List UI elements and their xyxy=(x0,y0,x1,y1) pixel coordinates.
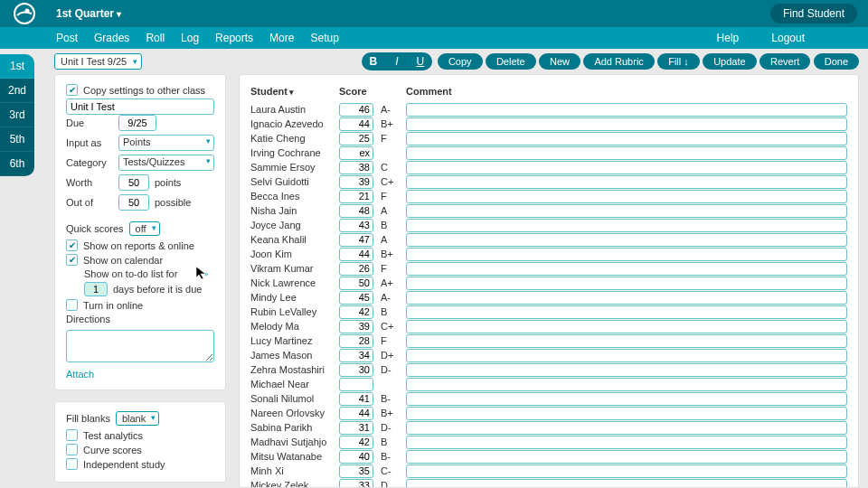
menu-post[interactable]: Post xyxy=(56,32,78,44)
menu-log[interactable]: Log xyxy=(181,32,199,44)
menu-roll[interactable]: Roll xyxy=(146,32,165,44)
menu-help[interactable]: Help xyxy=(717,32,740,44)
menu-more[interactable]: More xyxy=(269,32,294,44)
menu-grades[interactable]: Grades xyxy=(94,32,129,44)
menu-reports[interactable]: Reports xyxy=(215,32,253,44)
main-menu: PostGradesRollLogReportsMoreSetup HelpLo… xyxy=(0,27,868,49)
find-student-button[interactable]: Find Student xyxy=(770,4,857,23)
svg-point-1 xyxy=(25,9,30,14)
quarter-dropdown[interactable]: 1st Quarter xyxy=(56,7,121,20)
menu-logout[interactable]: Logout xyxy=(771,32,805,44)
menu-setup[interactable]: Setup xyxy=(310,32,338,44)
app-logo-icon xyxy=(11,0,38,27)
